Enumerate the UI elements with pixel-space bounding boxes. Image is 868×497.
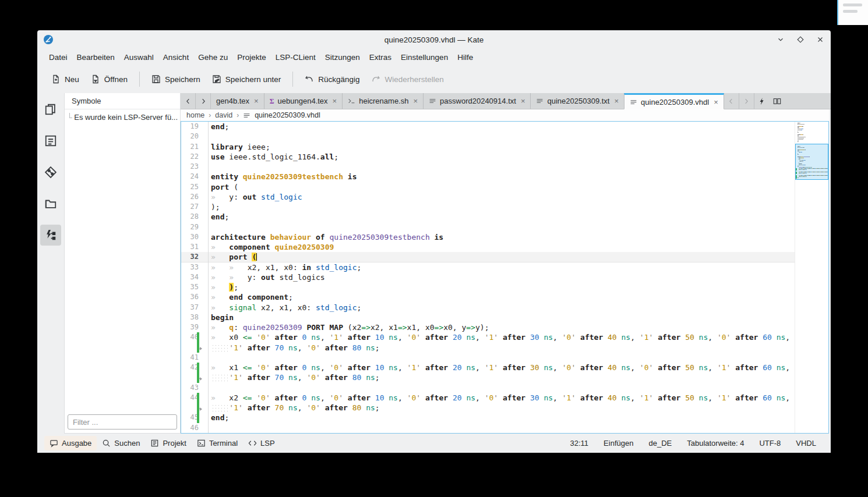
code-line-44[interactable]: 44» x2 <= '0' after 0 ns, '0' after 10 n…: [181, 393, 795, 403]
tab-quine20250309.txt[interactable]: quine20250309.txt×: [531, 93, 624, 109]
symbols-empty-item[interactable]: Es wurde kein LSP-Server fü...: [65, 109, 180, 124]
menu-item-projekte[interactable]: Projekte: [232, 51, 271, 64]
menu-item-extras[interactable]: Extras: [365, 51, 396, 64]
code-line-35[interactable]: 35» );: [181, 282, 795, 292]
tab-password20240914.txt[interactable]: password20240914.txt×: [424, 93, 531, 109]
code-line-39[interactable]: 39» q: quine20250309 PORT MAP (x2=>x2, x…: [181, 322, 795, 332]
maximize-button[interactable]: [795, 34, 806, 45]
menu-item-bearbeiten[interactable]: Bearbeiten: [72, 51, 119, 64]
gutter-cell: 23: [181, 162, 209, 172]
breadcrumb-item-david[interactable]: david: [215, 111, 232, 119]
menu-item-sitzungen[interactable]: Sitzungen: [320, 51, 365, 64]
code-line-20[interactable]: 20: [181, 132, 795, 141]
toolview-button-folder[interactable]: [40, 193, 61, 214]
code-line-31[interactable]: 31» component quine20250309: [181, 242, 795, 252]
tab-uebungen4.tex[interactable]: Σuebungen4.tex×: [264, 93, 343, 109]
tabs-scroll-right-button[interactable]: [196, 93, 211, 109]
code-wrapped-row[interactable]: '1' after 70 ns, '0' after 80 ns;: [181, 372, 795, 382]
code-line-21[interactable]: 21library ieee;: [181, 142, 795, 152]
statusbar-toggle-terminal[interactable]: Terminal: [192, 436, 243, 450]
toolview-button-symbol-list[interactable]: [40, 130, 61, 151]
code-wrapped-row[interactable]: '1' after 70 ns, '0' after 80 ns;: [181, 403, 795, 413]
tab-gen4b.tex[interactable]: gen4b.tex×: [211, 93, 264, 109]
code-line-45[interactable]: 45end;: [181, 413, 795, 423]
code-line-38[interactable]: 38begin: [181, 313, 795, 322]
code-line-29[interactable]: 29: [181, 222, 795, 232]
statusbar-toggle-lsp[interactable]: LSP: [243, 436, 280, 450]
code-text: » q: quine20250309 PORT MAP (x2=>x2, x1=…: [209, 322, 795, 332]
code-line-28[interactable]: 28end;: [181, 212, 795, 222]
statusbar-toggle-ausgabe[interactable]: Ausgabe: [44, 436, 97, 450]
tab-quine20250309.vhdl[interactable]: quine20250309.vhdl×: [624, 93, 724, 109]
breadcrumb-item-home[interactable]: home: [186, 111, 204, 119]
titlebar[interactable]: quine20250309.vhdl — Kate: [37, 30, 831, 49]
save-button[interactable]: Speichern: [146, 70, 206, 88]
code-line-22[interactable]: 22use ieee.std_logic_1164.all;: [181, 152, 795, 162]
code-line-24[interactable]: 24entity quine20250309testbench is: [181, 172, 795, 182]
code-line-33[interactable]: 33» » x2, x1, x0: in std_logic;: [181, 262, 795, 272]
main-content: Symbole Es wurde kein LSP-Server fü... F…: [37, 93, 831, 434]
close-button[interactable]: [814, 34, 826, 45]
menu-item-lsp-client[interactable]: LSP-CLient: [271, 51, 320, 64]
tab-close-icon[interactable]: ×: [613, 97, 619, 105]
statusbar-input-mode[interactable]: Einfügen: [596, 436, 641, 450]
code-line-36[interactable]: 36» end component;: [181, 292, 795, 302]
save-as-button[interactable]: Speichern unter: [206, 70, 287, 88]
toolview-button-documents[interactable]: [40, 99, 61, 120]
menu-item-hilfe[interactable]: Hilfe: [453, 51, 478, 64]
saved-change-marker: [197, 343, 199, 353]
code-line-34[interactable]: 34» » y: out std_logics: [181, 272, 795, 282]
symbols-filter-input[interactable]: Filter ...: [68, 414, 177, 429]
code-line-23[interactable]: 23: [181, 162, 795, 172]
statusbar-tab-width[interactable]: Tabulatorweite: 4: [679, 436, 751, 450]
tab-close-icon[interactable]: ×: [253, 97, 259, 105]
statusbar-dictionary[interactable]: de_DE: [641, 436, 679, 450]
tab-heicrename.sh[interactable]: heicrename.sh×: [343, 93, 424, 109]
undo-button[interactable]: Rückgängig: [299, 70, 365, 88]
code-line-30[interactable]: 30architecture behaviour of quine2025030…: [181, 232, 795, 242]
code-line-32[interactable]: 32» port (: [181, 252, 795, 262]
code-line-41[interactable]: 41: [181, 353, 795, 363]
tab-history-back-button[interactable]: [724, 93, 739, 109]
tab-close-icon[interactable]: ×: [520, 97, 525, 105]
code-line-40[interactable]: 40» x0 <= '0' after 0 ns, '1' after 10 n…: [181, 332, 795, 342]
menu-item-gehe-zu[interactable]: Gehe zu: [193, 51, 232, 64]
minimize-button[interactable]: [775, 34, 786, 45]
statusbar-toggle-projekt[interactable]: Projekt: [145, 436, 191, 450]
gutter-cell: 24: [181, 172, 209, 182]
code-line-43[interactable]: 43: [181, 383, 795, 393]
toolview-button-git[interactable]: [40, 162, 61, 183]
code-line-26[interactable]: 26» y: out std_logic: [181, 192, 795, 202]
statusbar-syntax-mode[interactable]: VHDL: [788, 436, 824, 450]
line-number: 33: [190, 263, 199, 271]
breadcrumb-file[interactable]: quine20250309.vhdl: [255, 111, 320, 119]
menu-item-auswahl[interactable]: Auswahl: [119, 51, 158, 64]
tab-history-forward-button[interactable]: [739, 93, 754, 109]
split-view-button[interactable]: [770, 93, 785, 109]
code-line-27[interactable]: 27);: [181, 202, 795, 212]
quick-open-button[interactable]: [754, 93, 770, 109]
menu-item-ansicht[interactable]: Ansicht: [158, 51, 193, 64]
tab-close-icon[interactable]: ×: [712, 98, 718, 106]
code-line-42[interactable]: 42» x1 <= '0' after 0 ns, '0' after 10 n…: [181, 363, 795, 372]
code-area[interactable]: 19end;2021library ieee;22use ieee.std_lo…: [181, 122, 795, 433]
redo-button[interactable]: Wiederherstellen: [365, 70, 449, 88]
code-line-19[interactable]: 19end;: [181, 122, 795, 132]
tab-close-icon[interactable]: ×: [331, 97, 337, 105]
minimap-viewport[interactable]: [795, 144, 828, 180]
code-wrapped-row[interactable]: '1' after 70 ns, '0' after 80 ns;: [181, 343, 795, 353]
code-line-25[interactable]: 25port (: [181, 182, 795, 192]
code-line-37[interactable]: 37» signal x2, x1, x0: std_logic;: [181, 303, 795, 313]
tab-close-icon[interactable]: ×: [412, 97, 418, 105]
toolview-button-symbols-tree[interactable]: [40, 225, 61, 246]
statusbar-encoding[interactable]: UTF-8: [751, 436, 788, 450]
tabs-scroll-left-button[interactable]: [181, 93, 196, 109]
statusbar-toggle-suchen[interactable]: Suchen: [97, 436, 145, 450]
statusbar-cursor-position[interactable]: 32:11: [563, 436, 597, 450]
menu-item-einstellungen[interactable]: Einstellungen: [396, 51, 453, 64]
menu-item-datei[interactable]: Datei: [44, 51, 72, 64]
new-document-button[interactable]: Neu: [45, 70, 85, 88]
code-line-46[interactable]: 46: [181, 423, 795, 433]
minimap-scrollbar[interactable]: [795, 122, 828, 433]
open-document-button[interactable]: Öffnen: [85, 70, 133, 88]
